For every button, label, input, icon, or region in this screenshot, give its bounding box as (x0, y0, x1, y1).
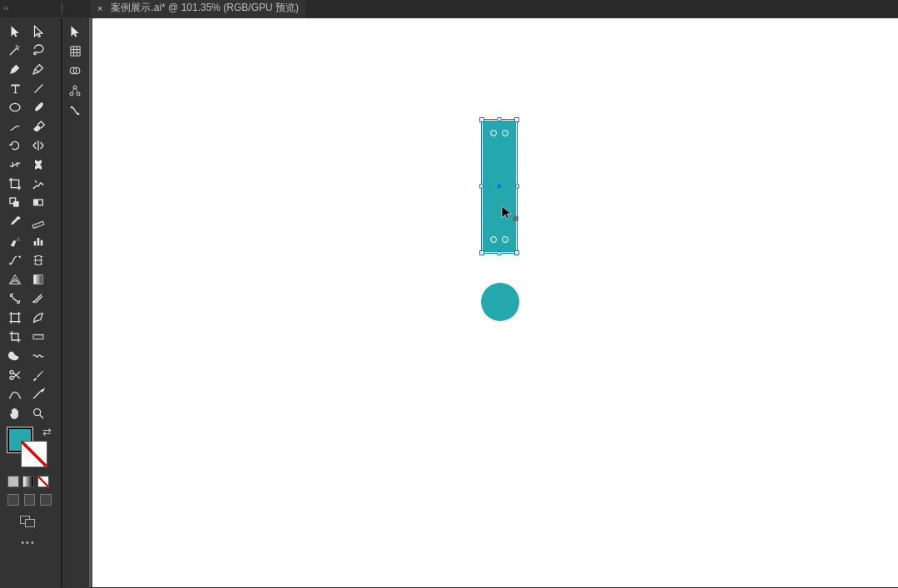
svg-point-28 (71, 106, 73, 109)
artboard-tool[interactable] (5, 309, 25, 327)
center-point (498, 185, 501, 188)
none-color-button[interactable] (37, 476, 49, 487)
draw-behind-button[interactable] (24, 494, 36, 506)
live-paint-tool[interactable] (28, 194, 48, 212)
aux-tool-column (65, 22, 87, 120)
gradient-color-button[interactable] (22, 476, 34, 487)
lasso-tool[interactable] (28, 41, 48, 59)
svg-rect-15 (41, 240, 43, 246)
eraser-tool[interactable] (28, 117, 48, 136)
gradient-tool[interactable] (28, 270, 48, 289)
svg-point-20 (10, 371, 13, 374)
magic-wand-tool[interactable] (5, 41, 25, 59)
close-tab-icon[interactable]: × (97, 3, 102, 13)
pencil-tool[interactable] (5, 117, 25, 136)
resize-handle-br[interactable] (514, 250, 519, 255)
curvature-pen-tool[interactable] (28, 60, 48, 78)
shape-builder-tool[interactable] (5, 194, 25, 212)
ruler-tool[interactable] (28, 328, 48, 346)
type-tool[interactable] (5, 79, 25, 97)
paintbrush-tool[interactable] (28, 98, 48, 116)
svg-point-4 (42, 184, 43, 185)
collapse-chevrons[interactable]: ‹‹ (3, 4, 13, 12)
perspective-grid-tool[interactable] (5, 270, 25, 289)
pathfinder-icon[interactable] (65, 62, 85, 80)
svg-rect-13 (34, 241, 37, 245)
separator (62, 2, 62, 14)
svg-point-12 (17, 240, 17, 240)
curvature-lock-icon[interactable] (65, 101, 85, 120)
svg-rect-19 (33, 334, 43, 338)
draw-mode-row (5, 494, 52, 506)
resize-handle-l[interactable] (479, 185, 484, 189)
symbol-sprayer-tool[interactable] (5, 232, 25, 250)
screen-mode-button[interactable] (20, 514, 37, 527)
mesh-tool[interactable] (28, 251, 48, 269)
direct-selection-tool[interactable] (28, 22, 48, 40)
resize-handle-r[interactable] (515, 185, 519, 189)
shear-tool[interactable] (28, 289, 48, 308)
eyedropper-tool[interactable] (5, 213, 25, 231)
ellipse-shape[interactable] (481, 283, 519, 321)
color-mode-row (5, 476, 52, 487)
knife-tool[interactable] (28, 366, 48, 384)
wrinkle-tool[interactable] (28, 347, 48, 365)
resize-handle-tr[interactable] (514, 117, 519, 122)
svg-rect-9 (32, 221, 44, 228)
smooth-tool[interactable] (28, 385, 48, 403)
svg-point-21 (10, 376, 13, 379)
slice-tool[interactable] (28, 309, 48, 327)
selection-tool[interactable] (5, 22, 25, 40)
crop-tool[interactable] (5, 328, 25, 346)
main-toolbox: ⇄ ••• (5, 22, 52, 547)
svg-point-22 (34, 409, 41, 416)
width-tool[interactable] (5, 156, 25, 174)
document-tab[interactable]: × 案例展示.ai* @ 101.35% (RGB/GPU 预览) (91, 0, 305, 17)
svg-point-26 (70, 92, 73, 96)
svg-point-1 (10, 103, 20, 111)
reflect-tool[interactable] (28, 136, 48, 155)
svg-rect-2 (11, 180, 18, 187)
corner-radius-handle-tl[interactable] (490, 130, 497, 136)
resize-handle-b[interactable] (498, 251, 502, 255)
zoom-tool[interactable] (28, 404, 48, 422)
scissors-tool[interactable] (5, 366, 25, 384)
line-segment-tool[interactable] (28, 79, 48, 97)
column-graph-tool[interactable] (28, 232, 48, 250)
resize-handle-tl[interactable] (479, 117, 484, 122)
anchor-edit-icon[interactable] (65, 82, 85, 100)
free-transform-tool[interactable] (5, 175, 25, 193)
solid-color-button[interactable] (7, 476, 19, 487)
pixel-grid-icon[interactable] (65, 42, 85, 60)
resize-handle-t[interactable] (498, 117, 502, 121)
corner-radius-handle-bl[interactable] (490, 236, 497, 243)
blob-brush-tool[interactable] (5, 347, 25, 365)
canvas[interactable]: ▦ (92, 18, 898, 587)
svg-rect-6 (13, 201, 19, 207)
corner-radius-handle-br[interactable] (502, 236, 509, 243)
warp-tool[interactable] (28, 156, 48, 174)
draw-inside-button[interactable] (40, 494, 52, 506)
svg-point-29 (77, 113, 80, 116)
scale-tool[interactable] (5, 289, 25, 308)
print-tiling-tool[interactable] (5, 385, 25, 403)
edit-toolbar-button[interactable]: ••• (5, 537, 52, 547)
swap-fill-stroke-icon[interactable]: ⇄ (42, 426, 52, 438)
draw-normal-button[interactable] (7, 494, 19, 506)
puppet-warp-tool[interactable] (28, 175, 48, 193)
measure-tool[interactable] (28, 213, 48, 231)
rotate-tool[interactable] (5, 136, 25, 155)
stroke-swatch[interactable] (21, 441, 47, 467)
svg-point-3 (33, 187, 35, 189)
ellipse-tool[interactable] (5, 98, 25, 116)
svg-rect-14 (37, 238, 40, 245)
group-selection-tool[interactable] (65, 22, 85, 40)
blend-tool[interactable] (5, 251, 25, 269)
resize-handle-bl[interactable] (479, 250, 484, 255)
svg-rect-16 (34, 275, 43, 284)
hand-tool[interactable] (5, 404, 25, 422)
document-tab-title: 案例展示.ai* @ 101.35% (RGB/GPU 预览) (111, 1, 299, 15)
pen-tool[interactable] (5, 60, 25, 78)
fill-stroke-swatches[interactable]: ⇄ (5, 426, 52, 476)
corner-radius-handle-tr[interactable] (502, 130, 509, 136)
